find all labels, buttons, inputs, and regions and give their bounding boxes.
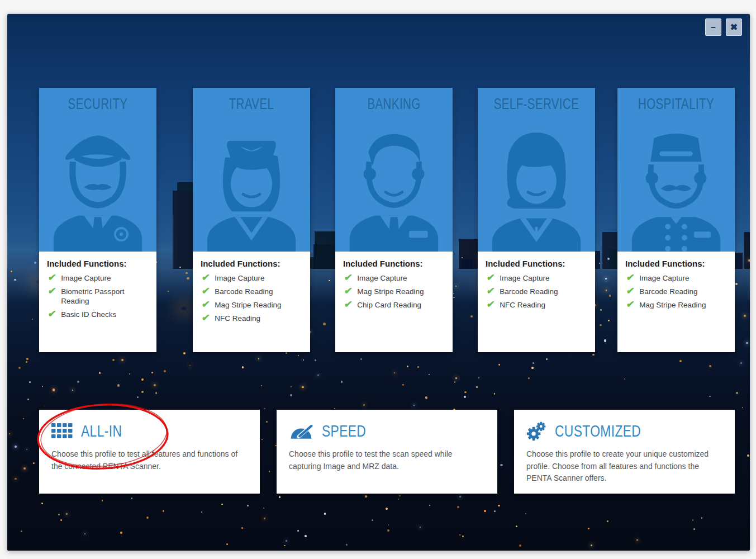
functions-heading: Included Functions: bbox=[201, 259, 303, 268]
close-button[interactable]: ✖ bbox=[726, 18, 742, 36]
mode-card-speed[interactable]: SPEED Choose this profile to test the sc… bbox=[277, 410, 497, 494]
check-icon: ✔ bbox=[344, 273, 353, 282]
grid-icon bbox=[51, 423, 73, 439]
check-icon: ✔ bbox=[344, 300, 353, 309]
mode-title: SPEED bbox=[322, 421, 366, 440]
mode-description: Choose this profile to test the scan spe… bbox=[289, 448, 486, 472]
check-icon: ✔ bbox=[47, 286, 57, 296]
security-card-header: SECURITY bbox=[39, 88, 156, 252]
security-functions-panel: Included Functions: ✔Image Capture ✔Biom… bbox=[39, 252, 156, 352]
check-icon: ✔ bbox=[47, 309, 57, 319]
function-item: ✔Barcode Reading bbox=[486, 286, 588, 296]
mode-header: SPEED bbox=[289, 421, 486, 441]
functions-heading: Included Functions: bbox=[625, 259, 728, 268]
check-icon: ✔ bbox=[486, 286, 496, 296]
functions-list: ✔Image Capture ✔Barcode Reading ✔NFC Rea… bbox=[486, 273, 588, 310]
functions-heading: Included Functions: bbox=[486, 259, 588, 268]
hospitality-card-header: HOSPITALITY bbox=[617, 88, 735, 252]
police-officer-avatar bbox=[48, 120, 148, 252]
self-service-functions-panel: Included Functions: ✔Image Capture ✔Barc… bbox=[478, 252, 595, 352]
flight-attendant-avatar bbox=[202, 120, 301, 252]
mode-card-all-in[interactable]: ALL-IN Choose this profile to test all f… bbox=[39, 410, 260, 494]
mode-header: ALL-IN bbox=[51, 421, 249, 441]
function-item: ✔NFC Reading bbox=[201, 313, 303, 323]
check-icon: ✔ bbox=[626, 300, 635, 309]
check-icon: ✔ bbox=[626, 273, 635, 282]
profile-card-hospitality[interactable]: HOSPITALITY Included Functions: ✔Image C… bbox=[617, 88, 735, 352]
function-item: ✔Chip Card Reading bbox=[343, 300, 446, 310]
functions-list: ✔Image Capture ✔Barcode Reading ✔Mag Str… bbox=[201, 273, 303, 323]
hospitality-functions-panel: Included Functions: ✔Image Capture ✔Barc… bbox=[617, 252, 735, 352]
check-icon: ✔ bbox=[486, 273, 496, 282]
profile-card-security[interactable]: SECURITY Included Functions: ✔Image Capt… bbox=[39, 88, 156, 352]
small-gear bbox=[536, 422, 545, 431]
profile-title: TRAVEL bbox=[207, 96, 296, 113]
banking-functions-panel: Included Functions: ✔Image Capture ✔Mag … bbox=[335, 252, 453, 352]
function-item: ✔Image Capture bbox=[625, 273, 728, 283]
function-item: ✔Barcode Reading bbox=[625, 286, 728, 296]
functions-heading: Included Functions: bbox=[47, 259, 150, 268]
function-item: ✔Basic ID Checks bbox=[47, 309, 150, 319]
function-item: ✔Image Capture bbox=[201, 273, 303, 283]
function-item: ✔NFC Reading bbox=[486, 300, 588, 310]
functions-heading: Included Functions: bbox=[343, 259, 446, 268]
bellhop-avatar bbox=[626, 120, 726, 252]
check-icon: ✔ bbox=[626, 286, 635, 296]
function-item: ✔Mag Stripe Reading bbox=[343, 286, 446, 296]
mode-title: CUSTOMIZED bbox=[555, 421, 641, 440]
travel-card-header: TRAVEL bbox=[193, 88, 310, 252]
travel-functions-panel: Included Functions: ✔Image Capture ✔Barc… bbox=[193, 252, 310, 352]
profile-card-self-service[interactable]: SELF-SERVICE Included Functions: ✔Image … bbox=[478, 88, 595, 352]
check-icon: ✔ bbox=[47, 273, 57, 282]
function-item: ✔Image Capture bbox=[343, 273, 446, 283]
businessman-avatar bbox=[344, 120, 444, 252]
window-controls: – ✖ bbox=[705, 18, 742, 36]
mode-card-customized[interactable]: CUSTOMIZED Choose this profile to create… bbox=[514, 410, 735, 494]
mode-header: CUSTOMIZED bbox=[526, 421, 724, 441]
check-icon: ✔ bbox=[344, 286, 353, 296]
service-woman-avatar bbox=[487, 120, 586, 252]
check-icon: ✔ bbox=[201, 286, 211, 296]
profile-title: HOSPITALITY bbox=[631, 96, 721, 113]
function-item: ✔Image Capture bbox=[47, 273, 150, 283]
profile-title: SECURITY bbox=[53, 96, 142, 113]
check-icon: ✔ bbox=[486, 300, 496, 309]
profile-card-banking[interactable]: BANKING Included Functions: ✔Image Captu… bbox=[335, 88, 453, 352]
profile-card-travel[interactable]: TRAVEL Included Functions: ✔Image Captur… bbox=[193, 88, 310, 352]
function-item: ✔Mag Stripe Reading bbox=[201, 300, 303, 310]
gears-icon bbox=[526, 421, 546, 441]
mode-description: Choose this profile to create your uniqu… bbox=[526, 448, 724, 485]
profile-title: SELF-SERVICE bbox=[492, 96, 581, 113]
functions-list: ✔Image Capture ✔Biometric Passport Readi… bbox=[47, 273, 150, 319]
functions-list: ✔Image Capture ✔Mag Stripe Reading ✔Chip… bbox=[343, 273, 446, 310]
profile-title: BANKING bbox=[349, 96, 439, 113]
function-item: ✔Biometric Passport Reading bbox=[47, 286, 150, 306]
function-item: ✔Image Capture bbox=[486, 273, 588, 283]
mode-description: Choose this profile to test all features… bbox=[51, 448, 249, 472]
functions-list: ✔Image Capture ✔Barcode Reading ✔Mag Str… bbox=[625, 273, 728, 310]
self-service-card-header: SELF-SERVICE bbox=[478, 88, 595, 252]
minimize-button[interactable]: – bbox=[705, 18, 721, 36]
mode-title: ALL-IN bbox=[81, 421, 122, 440]
function-item: ✔Barcode Reading bbox=[201, 286, 303, 296]
check-icon: ✔ bbox=[201, 273, 211, 282]
banking-card-header: BANKING bbox=[335, 88, 453, 252]
check-icon: ✔ bbox=[201, 300, 211, 309]
function-item: ✔Mag Stripe Reading bbox=[625, 300, 728, 310]
speedometer-icon bbox=[289, 422, 313, 440]
check-icon: ✔ bbox=[201, 313, 211, 323]
profile-selection-dialog: – ✖ SECURITY Included Functions: ✔Image … bbox=[7, 13, 750, 551]
